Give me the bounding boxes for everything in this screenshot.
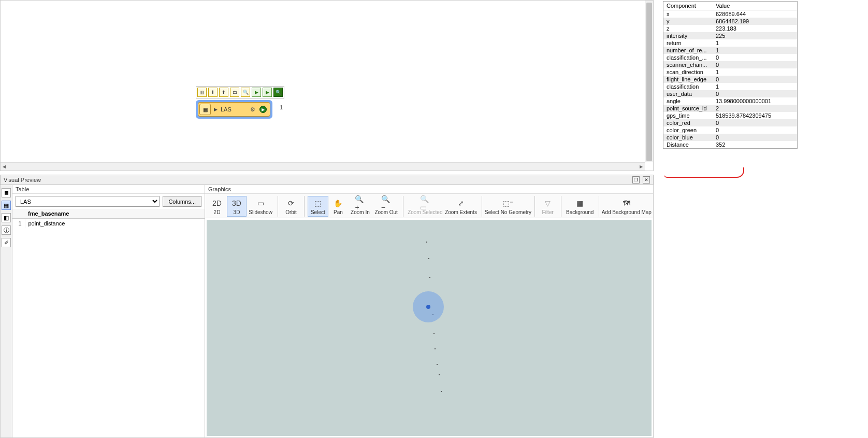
graphics-panel-title: Graphics — [205, 185, 653, 194]
inspector-row[interactable]: Distance352 — [663, 141, 797, 148]
inspector-value: 223.183 — [713, 25, 797, 32]
zext-icon: ⤢ — [456, 198, 466, 208]
gbtn-label: Add Background Map — [602, 209, 652, 215]
gbtn-zout[interactable]: 🔍−Zoom Out — [372, 196, 400, 217]
inspector-row[interactable]: scan_direction1 — [663, 68, 797, 76]
inspector-row[interactable]: z223.183 — [663, 25, 797, 32]
inspector-row[interactable]: return1 — [663, 39, 797, 47]
dock-toggle-icon[interactable]: ❐ — [632, 176, 640, 183]
nogeom-icon: ⬚⁻ — [503, 198, 513, 208]
inspector-key: z — [663, 25, 713, 32]
gbtn-select[interactable]: ⬚Select — [308, 196, 328, 217]
inspector-key: x — [663, 10, 713, 18]
toggle-info-icon[interactable]: ⓘ — [2, 225, 11, 235]
input-port-icon: ▶ — [214, 107, 218, 112]
graphics-toolbar: 2D2D3D3D▭Slideshow⟳Orbit⬚Select✋Pan🔍+Zoo… — [205, 194, 653, 218]
reader-icon: ▦ — [199, 104, 211, 115]
gbtn-orbit[interactable]: ⟳Orbit — [281, 196, 301, 217]
toggle-table-icon[interactable]: ▦ — [2, 201, 11, 210]
tb-import-icon[interactable]: ⬇ — [208, 88, 218, 97]
canvas-scroll-v[interactable] — [645, 1, 653, 162]
inspector-col-value[interactable]: Value — [713, 2, 797, 10]
gbtn-filter: ▽Filter — [538, 196, 558, 217]
2d-icon: 2D — [212, 198, 222, 208]
slide-icon: ▭ — [255, 198, 266, 208]
bg-icon: ▦ — [575, 198, 585, 208]
inspector-value: 1 — [713, 68, 797, 76]
inspector-row[interactable]: color_red0 — [663, 119, 797, 126]
toggle-key-icon[interactable]: ✐ — [2, 238, 11, 247]
inspector-row[interactable]: number_of_re...1 — [663, 47, 797, 54]
canvas-scroll-h[interactable] — [1, 162, 645, 171]
gbtn-label: Zoom Selected — [408, 209, 442, 215]
gbtn-bg[interactable]: ▦Background — [564, 196, 595, 217]
gbtn-label: Zoom Out — [374, 209, 397, 215]
tb-export-icon[interactable]: ⬆ — [219, 88, 228, 97]
inspector-row[interactable]: scanner_chan...0 — [663, 61, 797, 68]
gbtn-nogeom[interactable]: ⬚⁻Select No Geometry — [485, 196, 531, 217]
inspector-row[interactable]: color_green0 — [663, 126, 797, 134]
inspector-key: classification — [663, 83, 713, 90]
gbtn-2d[interactable]: 2D2D — [207, 196, 227, 217]
gbtn-label: Select — [311, 209, 325, 215]
close-icon[interactable]: ✕ — [643, 176, 650, 183]
tb-open-icon[interactable]: ▥ — [197, 88, 207, 97]
preview-view-toggles: ≣ ▦ ◧ ⓘ ✐ — [0, 185, 12, 438]
graphics-viewport[interactable] — [207, 220, 652, 436]
inspector-key: y — [663, 18, 713, 25]
inspector-key: user_data — [663, 90, 713, 97]
inspector-row[interactable]: angle13.998000000000001 — [663, 97, 797, 105]
gbtn-label: Pan — [334, 209, 343, 215]
inspector-row[interactable]: intensity225 — [663, 32, 797, 39]
inspector-value: 518539.87842309475 — [713, 112, 797, 119]
gbtn-label: Zoom In — [351, 209, 370, 215]
toggle-list-icon[interactable]: ≣ — [2, 188, 11, 197]
gbtn-zext[interactable]: ⤢Zoom Extents — [444, 196, 479, 217]
las-reader-node[interactable]: ▦ ▶ LAS ⚙ ▶ — [198, 102, 270, 117]
toggle-graphics-icon[interactable]: ◧ — [2, 213, 11, 222]
select-icon: ⬚ — [313, 198, 323, 208]
inspector-row[interactable]: classification_...0 — [663, 54, 797, 61]
inspector-value: 0 — [713, 61, 797, 68]
column-header[interactable]: fme_basename — [25, 209, 205, 219]
inspector-row[interactable]: point_source_id2 — [663, 105, 797, 112]
table-row[interactable]: 1point_distance — [12, 219, 205, 229]
gbtn-slide[interactable]: ▭Slideshow — [247, 196, 274, 217]
inspector-key: scanner_chan... — [663, 61, 713, 68]
inspector-row[interactable]: x628689.644 — [663, 10, 797, 18]
tb-find-icon[interactable]: 🔍 — [241, 88, 250, 97]
gbtn-zsel: 🔍▭Zoom Selected — [407, 196, 443, 217]
tb-runstep-icon[interactable]: ▶ — [263, 88, 272, 97]
gbtn-pan[interactable]: ✋Pan — [328, 196, 348, 217]
tb-folder-icon[interactable]: 🗀 — [230, 88, 239, 97]
columns-button[interactable]: Columns... — [163, 196, 201, 207]
gbtn-addbg[interactable]: 🗺Add Background Map — [602, 196, 651, 217]
gbtn-label: Slideshow — [249, 209, 272, 215]
component-inspector: Component Value x628689.644y6864482.199z… — [663, 1, 798, 149]
inspector-row[interactable]: gps_time518539.87842309475 — [663, 112, 797, 119]
gbtn-zin[interactable]: 🔍+Zoom In — [348, 196, 372, 217]
gear-icon[interactable]: ⚙ — [249, 106, 256, 113]
inspector-key: color_red — [663, 119, 713, 126]
inspector-key: Distance — [663, 141, 713, 148]
inspector-value: 13.998000000000001 — [713, 97, 797, 105]
inspector-row[interactable]: flight_line_edge0 — [663, 76, 797, 83]
inspector-row[interactable]: classification1 — [663, 83, 797, 90]
inspector-key: angle — [663, 97, 713, 105]
inspector-row[interactable]: y6864482.199 — [663, 18, 797, 25]
gbtn-3d[interactable]: 3D3D — [227, 196, 247, 217]
tb-inspect-icon[interactable]: 🔍 — [273, 88, 283, 97]
inspector-row[interactable]: color_blue0 — [663, 134, 797, 141]
inspector-value: 352 — [713, 141, 797, 148]
inspector-row[interactable]: user_data0 — [663, 90, 797, 97]
visual-preview-header: Visual Preview ❐ ✕ — [0, 175, 654, 185]
tb-run-icon[interactable]: ▶ — [252, 88, 261, 97]
inspector-key: scan_direction — [663, 68, 713, 76]
output-port-icon[interactable]: ▶ — [259, 106, 267, 113]
inspector-col-component[interactable]: Component — [663, 2, 713, 10]
inspector-value: 0 — [713, 134, 797, 141]
selected-point[interactable] — [426, 305, 430, 309]
table-source-select[interactable]: LAS — [16, 196, 160, 207]
workflow-canvas[interactable]: ▥ ⬇ ⬆ 🗀 🔍 ▶ ▶ 🔍 ▦ ▶ LAS ⚙ ▶ 1 — [0, 0, 654, 171]
gbtn-label: Select No Geometry — [485, 209, 531, 215]
